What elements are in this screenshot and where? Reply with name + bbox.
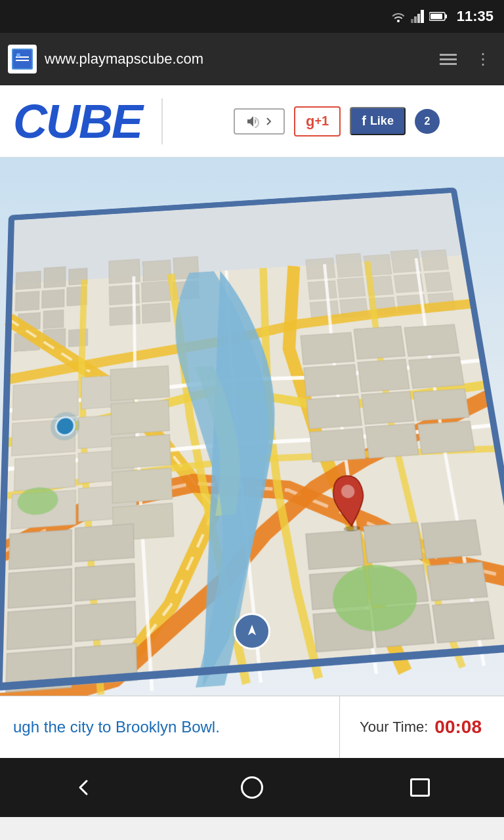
svg-rect-67 <box>362 391 414 424</box>
url-bar[interactable]: www.playmapscube.com <box>45 51 427 68</box>
gplus-g: g <box>306 113 314 130</box>
svg-point-10 <box>16 53 20 57</box>
svg-rect-17 <box>41 289 64 308</box>
svg-rect-16 <box>15 291 39 311</box>
home-button[interactable] <box>226 768 278 807</box>
svg-rect-14 <box>44 266 66 287</box>
svg-rect-64 <box>358 359 410 392</box>
map-container[interactable] <box>0 158 504 696</box>
facebook-icon: f <box>362 114 366 129</box>
header-divider <box>161 98 163 144</box>
svg-rect-80 <box>306 530 364 570</box>
svg-rect-7 <box>13 50 32 68</box>
bottom-bar: ugh the city to Brooklyn Bowl. Your Time… <box>0 696 504 758</box>
svg-rect-66 <box>306 396 362 429</box>
speaker-icon <box>245 115 260 128</box>
svg-rect-85 <box>427 562 488 600</box>
timer-label: Your Time: <box>360 719 428 736</box>
svg-rect-62 <box>404 324 459 356</box>
svg-rect-38 <box>337 278 366 298</box>
svg-rect-37 <box>308 281 337 300</box>
timer-section: Your Time: 00:08 <box>340 717 504 738</box>
svg-rect-60 <box>301 332 354 364</box>
svg-rect-41 <box>425 272 452 292</box>
svg-rect-73 <box>75 524 135 562</box>
svg-rect-82 <box>421 520 481 559</box>
svg-rect-51 <box>14 455 75 491</box>
favicon-img <box>12 49 33 70</box>
svg-rect-63 <box>304 364 358 396</box>
status-icons: 11:35 <box>391 8 494 25</box>
svg-rect-65 <box>409 357 464 388</box>
svg-rect-74 <box>8 568 72 608</box>
cube-logo: CUBE <box>13 98 142 145</box>
svg-rect-28 <box>141 281 171 303</box>
destination-text: ugh the city to Brooklyn Bowl. <box>0 696 340 758</box>
svg-rect-81 <box>364 522 423 563</box>
svg-rect-5 <box>445 14 447 18</box>
nav-arrow-overlay[interactable] <box>234 613 270 650</box>
svg-rect-6 <box>430 14 442 19</box>
gplus-plus: + <box>315 114 322 128</box>
app-header: CUBE g + 1 f Like 2 <box>0 85 504 158</box>
svg-rect-77 <box>75 601 136 642</box>
svg-rect-2 <box>417 14 420 23</box>
svg-rect-56 <box>111 400 169 435</box>
recents-button[interactable] <box>394 768 446 807</box>
header-buttons: g + 1 f Like 2 <box>182 106 491 136</box>
google-plus-button[interactable]: g + 1 <box>294 106 341 136</box>
svg-rect-58 <box>112 468 173 503</box>
fb-like-label: Like <box>370 114 394 128</box>
svg-rect-71 <box>418 421 475 454</box>
svg-rect-32 <box>306 258 335 280</box>
svg-rect-0 <box>411 19 413 23</box>
svg-rect-88 <box>432 601 494 642</box>
svg-rect-55 <box>110 366 169 400</box>
chevron-right-icon <box>264 117 273 126</box>
svg-rect-68 <box>413 388 469 421</box>
svg-rect-13 <box>16 271 41 289</box>
signal-icon <box>411 10 424 23</box>
browser-favicon <box>8 45 37 74</box>
browser-bar: www.playmapscube.com ⋮ <box>0 33 504 85</box>
svg-rect-76 <box>7 607 72 650</box>
svg-rect-61 <box>354 326 405 360</box>
destination-label: ugh the city to Brooklyn Bowl. <box>13 718 220 736</box>
svg-rect-75 <box>75 563 135 601</box>
wifi-icon <box>391 10 406 22</box>
facebook-like-button[interactable]: f Like <box>350 107 406 135</box>
svg-rect-31 <box>142 303 170 324</box>
svg-rect-20 <box>43 310 64 329</box>
fb-count-button[interactable]: 2 <box>415 109 440 134</box>
status-bar: 11:35 <box>0 0 504 33</box>
nav-bar <box>0 758 504 817</box>
svg-rect-72 <box>9 530 72 570</box>
svg-rect-36 <box>421 249 449 270</box>
svg-rect-3 <box>421 10 424 23</box>
battery-icon <box>429 11 448 22</box>
svg-rect-25 <box>142 260 171 282</box>
browser-menu-lines[interactable] <box>434 49 462 70</box>
back-button[interactable] <box>58 768 110 807</box>
gplus-one: 1 <box>322 114 329 129</box>
svg-rect-70 <box>366 423 419 458</box>
timer-value: 00:08 <box>434 717 482 738</box>
sound-button[interactable] <box>234 108 285 135</box>
svg-rect-1 <box>414 16 417 23</box>
status-time: 11:35 <box>457 8 494 25</box>
svg-rect-57 <box>112 434 171 469</box>
browser-overflow-menu[interactable]: ⋮ <box>470 45 496 74</box>
svg-rect-9 <box>16 60 29 61</box>
svg-rect-24 <box>109 259 140 284</box>
svg-rect-33 <box>336 253 363 278</box>
svg-rect-69 <box>310 429 366 462</box>
